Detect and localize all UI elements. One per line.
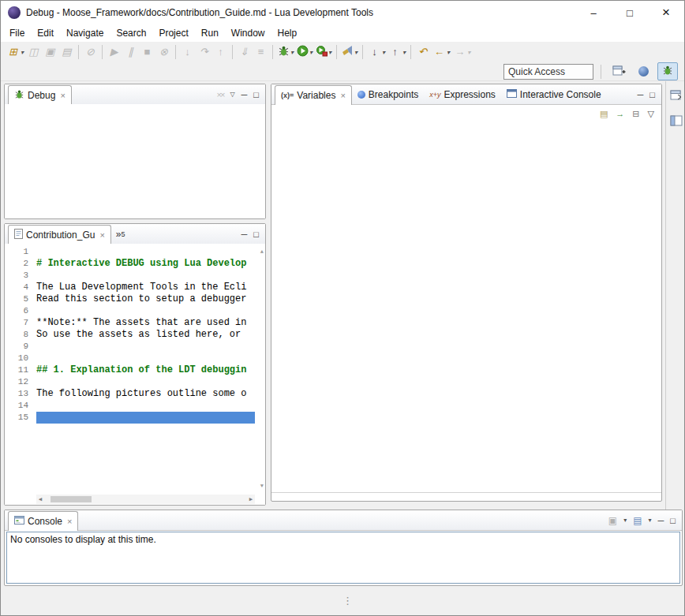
- scrollbar-thumb[interactable]: [51, 496, 92, 502]
- outline-view-icon[interactable]: [670, 115, 683, 129]
- resume-button[interactable]: ▶: [106, 43, 122, 62]
- ldt-perspective-button[interactable]: [633, 62, 653, 80]
- drop-to-frame-icon: ⇓: [238, 43, 251, 62]
- sash-grip-icon[interactable]: ⋮: [342, 595, 353, 607]
- close-view-icon[interactable]: ×: [60, 91, 65, 100]
- more-editors-chevron[interactable]: »5: [111, 225, 130, 244]
- quick-access-input[interactable]: Quick Access: [503, 64, 593, 80]
- step-into-button[interactable]: ↓: [179, 43, 196, 62]
- back-button[interactable]: ←▾: [431, 43, 451, 62]
- scrollbar-track[interactable]: [44, 495, 247, 504]
- suspend-button[interactable]: ∥: [122, 43, 139, 62]
- tab-breakpoints[interactable]: Breakpoints: [352, 85, 424, 104]
- maximize-view-icon[interactable]: □: [649, 90, 655, 99]
- dropdown-icon[interactable]: ▾: [649, 517, 652, 524]
- disconnect-button[interactable]: ⊗: [155, 43, 172, 62]
- navigate-icon[interactable]: →: [616, 109, 624, 118]
- search-button[interactable]: ▾: [340, 43, 359, 62]
- step-return-button[interactable]: ↑: [212, 43, 229, 62]
- menu-item-navigate[interactable]: Navigate: [60, 24, 110, 42]
- dropdown-icon[interactable]: ▾: [382, 49, 385, 56]
- dropdown-icon[interactable]: ▾: [328, 49, 331, 56]
- dropdown-icon[interactable]: ▾: [21, 49, 24, 56]
- dropdown-icon[interactable]: ▾: [467, 49, 470, 56]
- dropdown-icon[interactable]: ▾: [447, 49, 450, 56]
- next-annotation-button[interactable]: ↓▾: [366, 43, 387, 62]
- scroll-down-icon[interactable]: ▼: [260, 483, 264, 489]
- code-area[interactable]: # Interactive DEBUG using Lua Develop Th…: [36, 244, 255, 494]
- maximize-view-icon[interactable]: □: [253, 230, 259, 239]
- menu-item-file[interactable]: File: [3, 24, 31, 42]
- line-number-ruler[interactable]: 123456789101112131415: [5, 244, 33, 494]
- terminate-button[interactable]: ■: [139, 43, 155, 62]
- close-view-icon[interactable]: ×: [340, 91, 345, 100]
- tab-variables[interactable]: (x)= Variables ×: [275, 85, 352, 105]
- save-all-button[interactable]: ▣: [42, 43, 58, 62]
- scroll-up-icon[interactable]: ▲: [260, 248, 264, 255]
- dropdown-icon[interactable]: ▾: [290, 49, 294, 56]
- toolbar-separator: [175, 45, 176, 59]
- dropdown-icon[interactable]: ▾: [354, 49, 357, 56]
- menu-item-project[interactable]: Project: [152, 24, 194, 42]
- detail-pane-sash[interactable]: [271, 492, 661, 493]
- run-button[interactable]: ▾: [295, 43, 314, 62]
- new-button[interactable]: ⊞▾: [5, 43, 25, 62]
- status-bar: ⋮: [1, 588, 684, 616]
- print-button[interactable]: ▤: [58, 43, 75, 62]
- dropdown-icon[interactable]: ▾: [309, 49, 313, 56]
- maximize-view-icon[interactable]: □: [670, 516, 676, 525]
- view-menu-icon[interactable]: ▽: [230, 91, 234, 98]
- toolbar-separator: [336, 45, 337, 59]
- tab-expressions[interactable]: x+y Expressions: [424, 85, 501, 104]
- close-editor-icon[interactable]: ×: [99, 230, 104, 240]
- collapse-all-icon[interactable]: ⊟: [632, 109, 639, 119]
- variables-view-content[interactable]: [271, 121, 661, 492]
- previous-annotation-button[interactable]: ↑▾: [387, 43, 407, 62]
- maximize-view-icon[interactable]: □: [253, 90, 259, 99]
- open-perspective-button[interactable]: [608, 62, 629, 80]
- menu-item-edit[interactable]: Edit: [31, 24, 60, 42]
- console-view: Console × ▣ ▾ ▤ ▾ ─ □ No consoles to dis…: [4, 510, 683, 586]
- skip-all-breakpoints-button[interactable]: ⊘: [82, 43, 99, 62]
- tab-interactive-console[interactable]: Interactive Console: [501, 85, 607, 104]
- drop-to-frame-button[interactable]: ⇓: [236, 43, 253, 62]
- minimize-window-button[interactable]: –: [575, 1, 612, 24]
- tab-breakpoints-label: Breakpoints: [369, 89, 418, 100]
- scroll-left-icon[interactable]: ◀: [36, 496, 44, 502]
- menu-item-help[interactable]: Help: [271, 24, 304, 42]
- minimize-view-icon[interactable]: ─: [241, 90, 248, 99]
- minimize-view-icon[interactable]: ─: [241, 230, 248, 239]
- debug-view-tab[interactable]: Debug ×: [8, 85, 72, 105]
- maximize-window-button[interactable]: □: [612, 1, 648, 24]
- external-tools-button[interactable]: ▾: [314, 43, 333, 62]
- forward-button[interactable]: →▾: [451, 43, 472, 62]
- save-button[interactable]: ◫: [25, 43, 42, 62]
- editor-tab-contribution-guide[interactable]: Contribution_Gu ×: [8, 225, 111, 245]
- debug-button[interactable]: ▾: [276, 43, 295, 62]
- dropdown-icon[interactable]: ▾: [623, 517, 627, 524]
- menu-item-search[interactable]: Search: [110, 24, 152, 42]
- open-console-icon[interactable]: ▣: [608, 515, 617, 526]
- console-tab[interactable]: Console ×: [8, 511, 78, 531]
- show-logical-structures-icon[interactable]: ▤: [600, 109, 608, 119]
- menu-item-window[interactable]: Window: [225, 24, 271, 42]
- minimize-view-icon[interactable]: ─: [638, 90, 644, 99]
- scroll-right-icon[interactable]: ▶: [247, 496, 255, 502]
- code-line: [36, 341, 255, 353]
- dropdown-icon[interactable]: ▾: [402, 49, 406, 56]
- editor-view-toolbar: ─ □: [241, 224, 265, 244]
- restore-view-icon[interactable]: [670, 89, 683, 103]
- use-step-filters-button[interactable]: ≡: [253, 43, 269, 62]
- last-edit-location-button[interactable]: ↶: [414, 43, 431, 62]
- menu-item-run[interactable]: Run: [195, 24, 225, 42]
- minimize-view-icon[interactable]: ─: [658, 516, 664, 525]
- debug-perspective-button[interactable]: [657, 62, 678, 80]
- debug-view-content[interactable]: [5, 104, 265, 218]
- close-window-button[interactable]: ×: [648, 1, 684, 24]
- step-over-button[interactable]: ↷: [196, 43, 212, 62]
- view-menu-icon[interactable]: ▽: [648, 109, 654, 119]
- horizontal-scrollbar[interactable]: ◀ ▶: [36, 495, 255, 504]
- display-selected-console-icon[interactable]: ▤: [633, 515, 642, 526]
- close-view-icon[interactable]: ×: [67, 517, 72, 526]
- remove-all-terminated-icon[interactable]: ××: [217, 90, 224, 99]
